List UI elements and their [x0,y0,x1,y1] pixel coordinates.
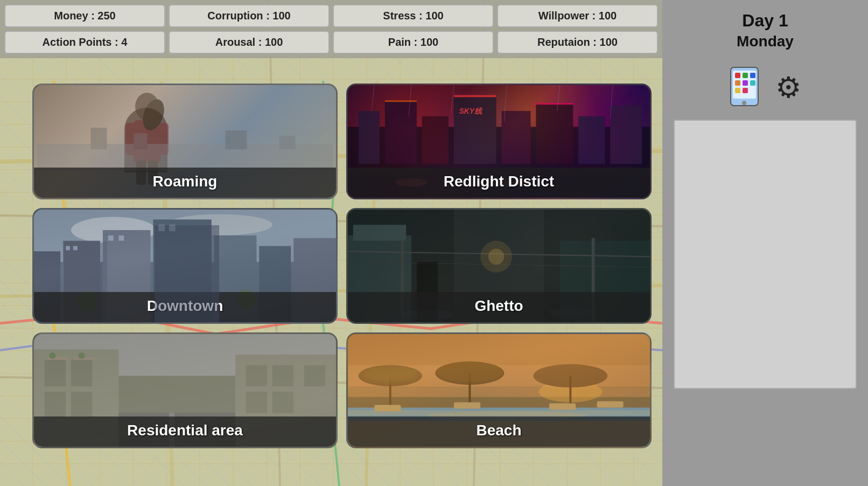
location-residential[interactable]: Residential area [32,332,338,448]
svg-rect-122 [735,73,740,78]
day-label: Day 1 [737,11,794,31]
svg-point-97 [79,352,85,359]
svg-rect-32 [610,106,642,164]
location-redlight[interactable]: SKY线 Redlight Distict [346,84,652,199]
svg-rect-21 [134,133,148,149]
svg-rect-68 [353,225,406,241]
svg-rect-89 [304,365,325,386]
stat-willpower: Willpower : 100 [497,4,658,27]
stat-pain: Pain : 100 [333,31,494,54]
svg-rect-62 [169,225,176,231]
svg-rect-91 [272,392,293,413]
svg-rect-82 [45,360,66,386]
beach-label-bg: Beach [348,416,650,447]
location-roaming[interactable]: Roaming [32,84,338,199]
svg-rect-20 [91,128,107,149]
svg-point-96 [50,352,56,359]
notes-panel [674,120,857,389]
residential-label-bg: Residential area [34,416,336,447]
phone-icon[interactable] [730,66,759,109]
gear-icon[interactable]: ⚙ [775,71,801,105]
ghetto-label: Ghetto [474,297,523,315]
svg-rect-116 [549,404,576,410]
svg-point-108 [364,366,417,381]
svg-rect-26 [385,100,417,164]
svg-rect-27 [422,116,449,164]
svg-rect-90 [246,392,267,413]
svg-rect-87 [246,365,267,386]
svg-rect-83 [71,360,92,386]
svg-line-37 [372,85,374,111]
svg-rect-124 [750,73,755,78]
svg-rect-57 [66,246,70,251]
stat-corruption: Corruption : 100 [169,4,330,27]
stats-panel: Money : 250 Corruption : 100 Stress : 10… [0,0,662,58]
svg-rect-88 [272,365,293,386]
svg-rect-95 [74,357,95,360]
svg-rect-35 [536,103,573,105]
redlight-label-bg: Redlight Distict [348,168,650,198]
svg-rect-33 [454,95,496,97]
roaming-label: Roaming [153,173,218,190]
locations-grid: Roaming SKY线 [32,84,652,448]
svg-rect-84 [45,392,66,418]
svg-text:SKY线: SKY线 [459,107,482,115]
svg-rect-61 [158,225,165,231]
location-beach[interactable]: Beach [346,332,652,448]
redlight-label: Redlight Distict [444,173,554,190]
svg-rect-22 [226,130,247,149]
residential-label: Residential area [127,422,243,439]
stat-money: Money : 250 [4,4,165,27]
svg-point-121 [742,101,746,105]
svg-rect-127 [750,80,755,86]
svg-rect-125 [735,80,740,86]
svg-point-75 [488,249,505,265]
day-name: Monday [737,33,794,50]
svg-rect-30 [536,103,573,164]
svg-rect-129 [743,88,748,93]
svg-rect-60 [118,235,124,241]
day-info: Day 1 Monday [737,0,794,55]
svg-rect-34 [385,100,417,102]
svg-line-39 [451,85,454,114]
svg-rect-115 [454,402,480,409]
stat-reputation: Reputaion : 100 [497,31,658,54]
ghetto-label-bg: Ghetto [348,292,650,322]
svg-rect-114 [374,405,401,412]
location-downtown[interactable]: Downtown [32,208,338,324]
svg-rect-59 [108,235,114,241]
svg-rect-29 [501,111,530,164]
svg-rect-28 [454,95,496,164]
svg-rect-58 [73,246,78,251]
stat-action-points: Action Points : 4 [4,31,165,54]
stat-arousal: Arousal : 100 [169,31,330,54]
svg-rect-25 [359,111,380,164]
svg-rect-128 [735,88,740,93]
svg-rect-31 [578,116,605,164]
downtown-label-bg: Downtown [34,292,336,322]
svg-rect-113 [569,376,571,407]
beach-label: Beach [476,422,521,439]
svg-rect-85 [71,392,92,418]
svg-rect-53 [153,219,211,322]
svg-point-49 [166,214,272,235]
right-panel: Day 1 Monday ⚙ [662,0,868,486]
svg-rect-126 [743,80,748,86]
svg-rect-117 [597,401,624,408]
svg-rect-123 [743,73,748,78]
roaming-label-bg: Roaming [34,168,336,198]
downtown-label: Downtown [147,297,223,315]
right-icons-row: ⚙ [730,66,801,109]
location-ghetto[interactable]: Ghetto [346,208,652,324]
stat-stress: Stress : 100 [333,4,494,27]
svg-point-111 [437,362,502,382]
svg-rect-23 [279,136,296,149]
